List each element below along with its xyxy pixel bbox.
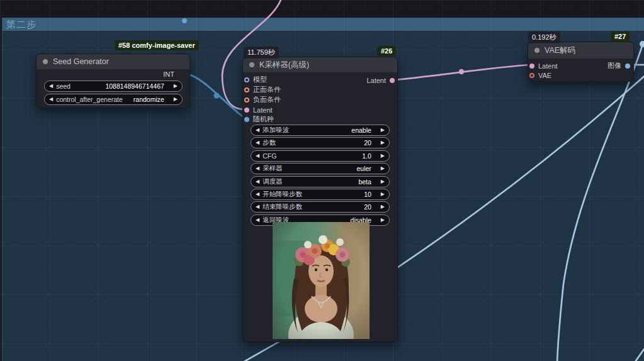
widget-value: 1088148946714467: [105, 82, 164, 90]
node-vae-header[interactable]: VAE解码: [528, 42, 633, 58]
widget-value: beta: [358, 178, 371, 186]
decrement-arrow-icon[interactable]: ◀: [256, 192, 259, 197]
widget-label: CFG: [263, 152, 276, 160]
widget-value: 1.0: [362, 152, 371, 160]
widget-label: 采样器: [263, 164, 283, 173]
widget-label: 步数: [263, 138, 276, 147]
increment-arrow-icon[interactable]: ▶: [381, 179, 385, 184]
preview-image: [273, 222, 370, 339]
node-graph-canvas[interactable]: 第二步 #58 comfy-image-saver 11.759秒 #26 0.…: [0, 0, 644, 361]
increment-arrow-icon[interactable]: ▶: [381, 128, 385, 133]
widget-steps[interactable]: ◀ 步数 20 ▶: [251, 137, 390, 148]
widget-start-step[interactable]: ◀ 开始降噪步数 10 ▶: [251, 189, 390, 200]
input-label-seed: 随机种: [253, 114, 274, 124]
node-title: K采样器(高级): [259, 60, 309, 70]
node-seed-generator-header[interactable]: Seed Generator: [37, 54, 189, 69]
node-title: Seed Generator: [53, 57, 109, 66]
widget-value: 20: [364, 203, 371, 211]
input-label-negative: 负面条件: [253, 95, 281, 104]
increment-arrow-icon[interactable]: ▶: [381, 166, 385, 171]
input-label-latent: Latent: [538, 62, 558, 70]
collapse-dot-icon[interactable]: [249, 62, 254, 67]
badge-node-58: #58 comfy-image-saver: [115, 40, 199, 50]
node-ksampler-header[interactable]: K采样器(高级): [243, 57, 397, 72]
decrement-arrow-icon[interactable]: ◀: [256, 140, 259, 145]
increment-arrow-icon[interactable]: ▶: [381, 204, 385, 209]
widget-label: seed: [56, 82, 71, 90]
collapse-dot-icon[interactable]: [534, 48, 539, 53]
output-label-latent: Latent: [366, 77, 386, 84]
decrement-arrow-icon[interactable]: ◀: [256, 218, 259, 223]
node-seed-generator[interactable]: Seed Generator INT ◀ seed 10881489467144…: [36, 53, 190, 108]
widget-label: 开始降噪步数: [263, 190, 302, 199]
input-port-latent[interactable]: [529, 64, 534, 69]
widget-value: randomize: [133, 96, 164, 103]
input-label-latent: Latent: [253, 106, 273, 114]
decrement-arrow-icon[interactable]: ◀: [49, 84, 53, 89]
widget-label: 结束降噪步数: [263, 203, 302, 211]
increment-arrow-icon[interactable]: ▶: [381, 140, 385, 145]
group-title: 第二步: [3, 19, 37, 31]
widget-cfg[interactable]: ◀ CFG 1.0 ▶: [251, 150, 390, 162]
increment-arrow-icon[interactable]: ▶: [381, 192, 385, 197]
widget-value: 20: [364, 139, 371, 147]
decrement-arrow-icon[interactable]: ◀: [256, 204, 259, 209]
decrement-arrow-icon[interactable]: ◀: [49, 97, 53, 102]
increment-arrow-icon[interactable]: ▶: [381, 153, 385, 158]
input-port-negative[interactable]: [244, 97, 249, 103]
widget-label: 调度器: [263, 177, 283, 186]
increment-arrow-icon[interactable]: ▶: [174, 97, 178, 102]
input-port-latent[interactable]: [244, 108, 249, 113]
input-port-positive[interactable]: [244, 87, 249, 92]
widget-value: euler: [356, 165, 371, 172]
output-port-image[interactable]: [625, 64, 630, 69]
decrement-arrow-icon[interactable]: ◀: [256, 153, 259, 158]
widget-value: 10: [364, 191, 371, 198]
input-label-model: 模型: [253, 75, 267, 84]
widget-scheduler[interactable]: ◀ 调度器 beta ▶: [251, 176, 390, 187]
collapse-dot-icon[interactable]: [43, 59, 48, 64]
widget-sampler[interactable]: ◀ 采样器 euler ▶: [251, 163, 390, 174]
output-label-image: 图像: [607, 61, 621, 70]
output-port-int[interactable]: [182, 18, 187, 23]
widget-seed[interactable]: ◀ seed 1088148946714467 ▶: [44, 81, 183, 92]
widget-add-noise[interactable]: ◀ 添加噪波 enable ▶: [251, 125, 390, 136]
node-title: VAE解码: [545, 45, 575, 56]
input-port-model[interactable]: [244, 77, 249, 82]
timing-vae: 0.192秒: [528, 31, 560, 43]
decrement-arrow-icon[interactable]: ◀: [256, 179, 259, 184]
widget-label: control_after_generate: [56, 96, 123, 103]
input-port-seed[interactable]: [244, 117, 249, 122]
increment-arrow-icon[interactable]: ▶: [174, 84, 178, 89]
widget-end-step[interactable]: ◀ 结束降噪步数 20 ▶: [251, 201, 390, 213]
output-port-latent[interactable]: [390, 78, 395, 83]
input-label-positive: 正面条件: [253, 85, 281, 94]
widget-value: enable: [351, 126, 371, 134]
ksampler-widgets: ◀ 添加噪波 enable ▶ ◀ 步数 20 ▶ ◀ CFG 1.0 ▶: [251, 125, 390, 226]
output-label-int: INT: [163, 70, 174, 78]
increment-arrow-icon[interactable]: ▶: [381, 218, 385, 223]
widget-label: 添加噪波: [263, 126, 289, 135]
timing-ksampler: 11.759秒: [244, 47, 279, 58]
input-label-vae: VAE: [538, 72, 551, 79]
input-port-vae[interactable]: [529, 73, 534, 78]
node-vae-decode[interactable]: VAE解码 Latent VAE 图像: [528, 42, 634, 82]
badge-node-26: #26: [377, 46, 396, 56]
group-step2-header[interactable]: 第二步: [3, 18, 644, 31]
decrement-arrow-icon[interactable]: ◀: [256, 128, 259, 133]
badge-node-27: #27: [611, 31, 630, 42]
widget-control-after-generate[interactable]: ◀ control_after_generate randomize ▶: [44, 94, 183, 105]
decrement-arrow-icon[interactable]: ◀: [256, 166, 259, 171]
node-ksampler-advanced[interactable]: K采样器(高级) 模型 正面条件 负面条件 Latent 随机种 Latent: [242, 57, 398, 342]
